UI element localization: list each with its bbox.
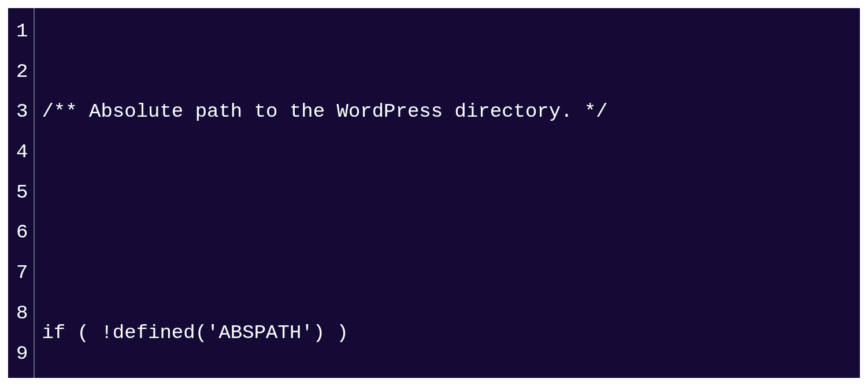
line-number: 9 <box>16 334 28 374</box>
line-number: 5 <box>16 173 28 213</box>
line-number-gutter: 1 2 3 4 5 6 7 8 9 <box>8 8 35 378</box>
line-number: 8 <box>16 294 28 334</box>
line-number: 2 <box>16 52 28 92</box>
line-number: 7 <box>16 253 28 294</box>
line-number: 4 <box>16 132 28 173</box>
line-number: 3 <box>16 92 28 132</box>
line-number: 1 <box>16 12 28 52</box>
code-line[interactable]: /** Absolute path to the WordPress direc… <box>42 92 860 132</box>
line-number: 6 <box>16 213 28 253</box>
code-editor[interactable]: 1 2 3 4 5 6 7 8 9 /** Absolute path to t… <box>8 8 860 378</box>
code-line[interactable]: if ( !defined('ABSPATH') ) <box>42 313 860 354</box>
code-area[interactable]: /** Absolute path to the WordPress direc… <box>35 8 860 378</box>
code-line[interactable] <box>42 213 860 232</box>
